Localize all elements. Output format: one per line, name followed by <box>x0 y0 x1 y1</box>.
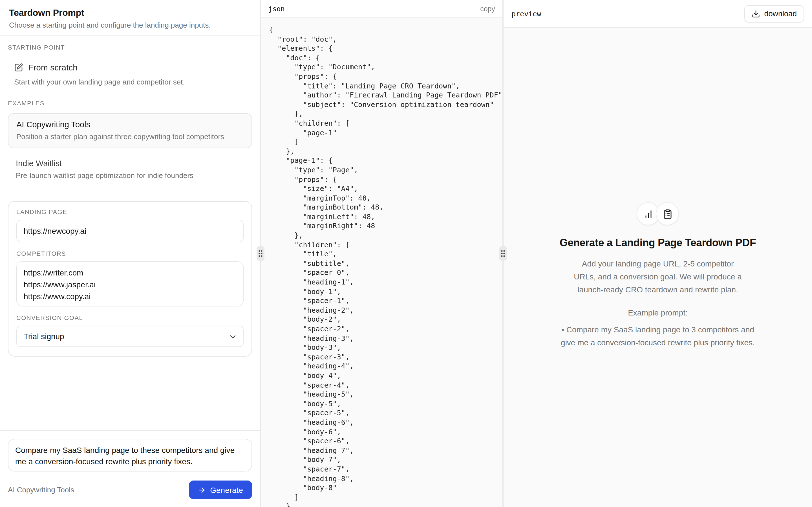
landing-page-input[interactable] <box>16 220 244 242</box>
json-code: { "root": "doc", "elements": { "doc": { … <box>269 25 496 507</box>
prompt-bar: AI Copywriting Tools Generate <box>0 431 260 507</box>
landing-page-label: LANDING PAGE <box>16 209 244 215</box>
example-card-indie-waitlist[interactable]: Indie Waitlist Pre-launch waitlist page … <box>8 153 252 186</box>
clipboard-icon-badge <box>656 202 679 225</box>
panel-divider-left <box>260 0 261 507</box>
examples-label: EXAMPLES <box>8 100 252 107</box>
competitors-textarea[interactable] <box>16 262 244 306</box>
empty-state-description: Add your landing page URL, 2-5 competito… <box>570 258 746 296</box>
app-window: Teardown Prompt Choose a starting point … <box>0 0 812 507</box>
empty-state-icons <box>637 202 679 225</box>
preview-panel: preview download Generate a Landing <box>504 0 812 507</box>
left-panel-content: STARTING POINT From scratch Start with y… <box>0 36 260 431</box>
empty-state-title: Generate a Landing Page Teardown PDF <box>560 237 756 249</box>
json-panel-header: json copy <box>261 0 502 18</box>
example-description: Position a starter plan against three co… <box>16 132 244 142</box>
preview-empty-state: Generate a Landing Page Teardown PDF Add… <box>556 202 760 349</box>
copy-button[interactable]: copy <box>480 5 495 13</box>
chevron-down-icon <box>229 332 238 343</box>
from-scratch-description: Start with your own landing page and com… <box>14 77 252 87</box>
starting-point-label: STARTING POINT <box>8 44 252 51</box>
example-description: Pre-launch waitlist page optimization fo… <box>16 171 244 181</box>
competitors-label: COMPETITORS <box>16 250 244 257</box>
download-icon <box>752 9 760 18</box>
example-prompt-label: Example prompt: <box>628 308 688 317</box>
bar-chart-icon <box>643 209 653 219</box>
conversion-goal-value: Trial signup <box>24 332 64 341</box>
example-prompt-text: • Compare my SaaS landing page to 3 comp… <box>556 323 760 349</box>
teardown-prompt-panel: Teardown Prompt Choose a starting point … <box>0 0 260 507</box>
json-panel: json copy { "root": "doc", "elements": {… <box>261 0 502 507</box>
from-scratch-label: From scratch <box>28 62 78 73</box>
page-subtitle: Choose a starting point and configure th… <box>9 20 251 31</box>
generate-button-label: Generate <box>210 485 243 494</box>
download-button[interactable]: download <box>744 5 804 22</box>
generate-button[interactable]: Generate <box>189 481 252 499</box>
from-scratch-option[interactable]: From scratch Start with your own landing… <box>14 62 252 87</box>
example-title: Indie Waitlist <box>16 158 244 169</box>
resize-grip-handle[interactable] <box>499 246 507 261</box>
json-tab-label: json <box>268 5 285 13</box>
prompt-textarea[interactable] <box>8 439 252 471</box>
conversion-goal-select[interactable]: Trial signup <box>16 326 244 347</box>
preview-tab-label: preview <box>511 9 541 18</box>
selected-example-badge: AI Copywriting Tools <box>8 486 74 494</box>
panel-divider-right <box>502 0 504 507</box>
json-code-area[interactable]: { "root": "doc", "elements": { "doc": { … <box>261 18 502 507</box>
conversion-goal-label: CONVERSION GOAL <box>16 314 244 321</box>
arrow-right-icon <box>198 486 206 494</box>
left-panel-header: Teardown Prompt Choose a starting point … <box>0 0 260 36</box>
inputs-form-card: LANDING PAGE COMPETITORS CONVERSION GOAL… <box>8 201 252 356</box>
preview-canvas: Generate a Landing Page Teardown PDF Add… <box>504 27 812 507</box>
preview-panel-header: preview download <box>504 0 812 27</box>
edit-pencil-icon <box>14 63 23 72</box>
page-title: Teardown Prompt <box>9 7 251 19</box>
clipboard-list-icon <box>662 209 672 219</box>
example-title: AI Copywriting Tools <box>16 119 244 130</box>
example-card-ai-copywriting-tools[interactable]: AI Copywriting Tools Position a starter … <box>8 113 252 148</box>
download-button-label: download <box>764 9 797 18</box>
resize-grip-handle[interactable] <box>257 246 264 261</box>
